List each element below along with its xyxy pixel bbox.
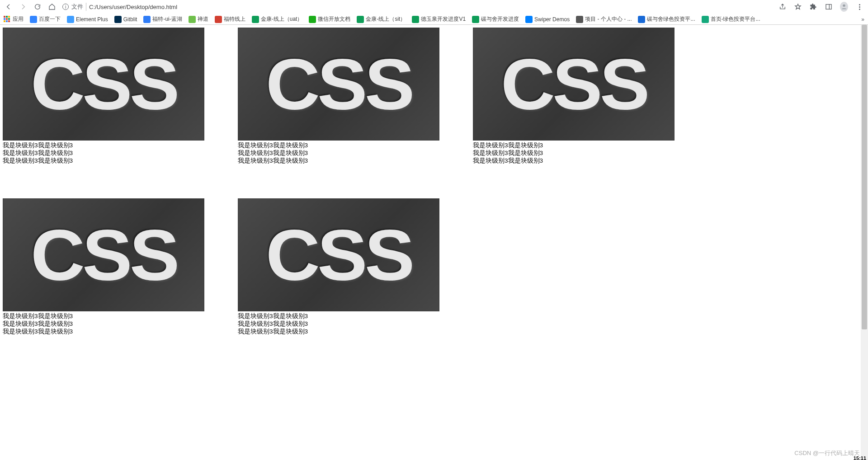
card-image: CSS xyxy=(238,28,439,141)
bookmarks-bar: 应用百度一下Element PlusGitblit福特-ui-蓝湖禅道福特线上金… xyxy=(0,14,868,25)
extensions-button[interactable] xyxy=(809,3,817,11)
bookmark-label: 应用 xyxy=(13,15,24,23)
reload-icon xyxy=(34,3,41,10)
bookmarks-overflow[interactable]: » xyxy=(861,16,864,23)
bookmark-label: 德玉泉开发进度V1 xyxy=(421,15,466,23)
back-button[interactable] xyxy=(5,3,13,11)
bookmark-label: 项目 - 个人中心 - ... xyxy=(585,15,632,23)
bookmark-favicon xyxy=(638,16,645,23)
bookmark-favicon xyxy=(702,16,709,23)
watermark: CSDN @一行代码上晴天 xyxy=(794,449,860,457)
caption-line: 我是块级别3我是块级别3 xyxy=(238,141,439,149)
bookmark-favicon xyxy=(357,16,364,23)
toolbar-right xyxy=(778,3,863,11)
bookmark-item[interactable]: 碳与舍绿色投资平... xyxy=(638,15,695,23)
caption-line: 我是块级别3我是块级别3 xyxy=(238,157,439,164)
bookmark-favicon xyxy=(189,16,196,23)
caption-line: 我是块级别3我是块级别3 xyxy=(238,149,439,157)
address-bar[interactable]: i 文件 C:/Users/user/Desktop/demo.html xyxy=(62,3,772,11)
bookmark-item[interactable]: Gitblit xyxy=(114,16,137,23)
scrollbar-thumb[interactable] xyxy=(862,25,867,329)
kebab-icon xyxy=(859,4,860,10)
caption-line: 我是块级别3我是块级别3 xyxy=(3,157,204,164)
card-caption: 我是块级别3我是块级别3我是块级别3我是块级别3我是块级别3我是块级别3 xyxy=(473,141,675,164)
share-icon xyxy=(779,3,786,10)
scrollbar[interactable] xyxy=(861,25,868,460)
card-image: CSS xyxy=(3,28,204,141)
bookmark-item[interactable]: 碳与舍开发进度 xyxy=(472,15,519,23)
bookmark-favicon xyxy=(67,16,74,23)
star-icon xyxy=(794,3,802,10)
card-image: CSS xyxy=(473,28,675,141)
puzzle-icon xyxy=(810,3,817,10)
card-caption: 我是块级别3我是块级别3我是块级别3我是块级别3我是块级别3我是块级别3 xyxy=(238,141,439,164)
page-content: CSS我是块级别3我是块级别3我是块级别3我是块级别3我是块级别3我是块级别3C… xyxy=(0,25,868,338)
address-path: C:/Users/user/Desktop/demo.html xyxy=(89,4,177,10)
bookmark-item[interactable]: 金康-线上（sit） xyxy=(357,15,406,23)
bookmark-label: 福特-ui-蓝湖 xyxy=(152,15,182,23)
content-card: CSS我是块级别3我是块级别3我是块级别3我是块级别3我是块级别3我是块级别3 xyxy=(3,198,204,335)
bookmark-item[interactable]: 福特-ui-蓝湖 xyxy=(143,15,182,23)
bookmark-favicon xyxy=(215,16,222,23)
arrow-left-icon xyxy=(5,3,12,10)
bookmark-favicon xyxy=(576,16,583,23)
bookmark-favicon xyxy=(114,16,122,23)
share-button[interactable] xyxy=(778,3,787,11)
panel-icon xyxy=(825,3,832,10)
card-image-text: CSS xyxy=(500,42,646,126)
bookmark-label: Swiper Demos xyxy=(534,16,570,23)
caption-line: 我是块级别3我是块级别3 xyxy=(238,320,439,328)
browser-toolbar: i 文件 C:/Users/user/Desktop/demo.html xyxy=(0,0,868,14)
caption-line: 我是块级别3我是块级别3 xyxy=(238,312,439,320)
card-image: CSS xyxy=(3,198,204,311)
bookmark-label: 金康-线上（sit） xyxy=(366,15,406,23)
bookmark-item[interactable]: 德玉泉开发进度V1 xyxy=(412,15,466,23)
page-viewport: CSS我是块级别3我是块级别3我是块级别3我是块级别3我是块级别3我是块级别3C… xyxy=(0,25,868,460)
caption-line: 我是块级别3我是块级别3 xyxy=(3,312,204,320)
bookmark-item[interactable]: 百度一下 xyxy=(30,15,61,23)
home-button[interactable] xyxy=(48,3,56,11)
bookmark-item[interactable]: Swiper Demos xyxy=(525,16,570,23)
bookmark-favicon xyxy=(30,16,37,23)
bookmark-item[interactable]: 微信开放文档 xyxy=(309,15,350,23)
caption-line: 我是块级别3我是块级别3 xyxy=(473,157,675,164)
card-caption: 我是块级别3我是块级别3我是块级别3我是块级别3我是块级别3我是块级别3 xyxy=(3,311,204,335)
caption-line: 我是块级别3我是块级别3 xyxy=(3,320,204,328)
card-image: CSS xyxy=(238,198,439,311)
bookmark-favicon xyxy=(4,16,11,23)
home-icon xyxy=(48,3,56,10)
bookmark-label: 碳与舍开发进度 xyxy=(481,15,519,23)
card-image-text: CSS xyxy=(30,42,176,126)
bookmark-item[interactable]: 金康-线上（uat） xyxy=(252,15,303,23)
reload-button[interactable] xyxy=(33,3,42,11)
caption-line: 我是块级别3我是块级别3 xyxy=(238,328,439,335)
bookmark-item[interactable]: 首页-绿色投资平台... xyxy=(702,15,760,23)
bookmark-favicon xyxy=(472,16,479,23)
browser-chrome: i 文件 C:/Users/user/Desktop/demo.html xyxy=(0,0,868,25)
bookmark-label: 福特线上 xyxy=(224,15,245,23)
bookmark-favicon xyxy=(412,16,419,23)
caption-line: 我是块级别3我是块级别3 xyxy=(473,141,675,149)
bookmark-star-button[interactable] xyxy=(794,3,802,11)
side-panel-button[interactable] xyxy=(825,3,833,11)
bookmark-item[interactable]: 福特线上 xyxy=(215,15,245,23)
content-card: CSS我是块级别3我是块级别3我是块级别3我是块级别3我是块级别3我是块级别3 xyxy=(238,198,439,335)
bookmark-item[interactable]: 项目 - 个人中心 - ... xyxy=(576,15,632,23)
card-caption: 我是块级别3我是块级别3我是块级别3我是块级别3我是块级别3我是块级别3 xyxy=(3,141,204,164)
bookmark-label: 金康-线上（uat） xyxy=(261,15,303,23)
info-icon: i xyxy=(62,4,69,10)
bookmark-label: Gitblit xyxy=(123,16,137,23)
profile-button[interactable] xyxy=(840,3,848,11)
address-scheme-label: 文件 xyxy=(71,3,86,11)
content-card: CSS我是块级别3我是块级别3我是块级别3我是块级别3我是块级别3我是块级别3 xyxy=(3,28,204,164)
menu-button[interactable] xyxy=(855,3,863,11)
bookmark-item[interactable]: 禅道 xyxy=(189,15,208,23)
card-caption: 我是块级别3我是块级别3我是块级别3我是块级别3我是块级别3我是块级别3 xyxy=(238,311,439,335)
bookmark-item[interactable]: Element Plus xyxy=(67,16,108,23)
forward-button[interactable] xyxy=(19,3,27,11)
bookmark-label: 百度一下 xyxy=(39,15,61,23)
bookmark-item[interactable]: 应用 xyxy=(4,15,24,23)
bookmark-label: 禅道 xyxy=(198,15,208,23)
bookmark-label: 碳与舍绿色投资平... xyxy=(647,15,695,23)
clock: 15:11 xyxy=(854,455,866,460)
